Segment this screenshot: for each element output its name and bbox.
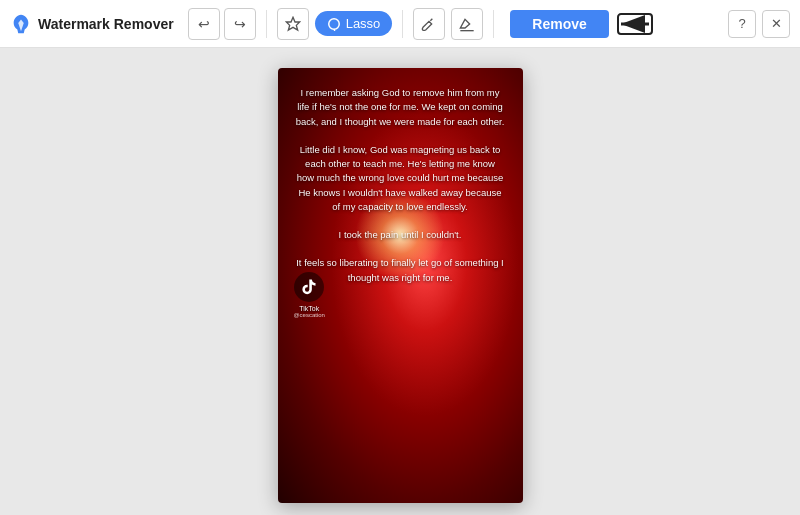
tiktok-brand-label: TikTok <box>299 305 319 312</box>
paragraph-3: I took the pain until I couldn't. <box>339 228 462 242</box>
svg-marker-0 <box>286 17 299 30</box>
svg-line-2 <box>431 18 433 20</box>
app-title: Watermark Remover <box>38 16 174 32</box>
svg-point-1 <box>328 18 339 29</box>
paragraph-2: Little did I know, God was magneting us … <box>296 143 505 214</box>
arrow-indicator <box>617 6 653 42</box>
svg-marker-3 <box>461 19 470 28</box>
eraser-tool-button[interactable] <box>451 8 483 40</box>
arrow-icon <box>617 10 653 38</box>
image-container: I remember asking God to remove him from… <box>278 68 523 503</box>
lasso-label: Lasso <box>346 16 381 31</box>
canvas-area[interactable]: I remember asking God to remove him from… <box>0 48 800 515</box>
lasso-icon <box>327 17 341 31</box>
help-button[interactable]: ? <box>728 10 756 38</box>
separator-2 <box>402 10 403 38</box>
title-bar: Watermark Remover ↩ ↪ Lasso Remove <box>0 0 800 48</box>
paragraph-4: It feels so liberating to finally let go… <box>296 256 505 285</box>
redo-button[interactable]: ↪ <box>224 8 256 40</box>
eraser-icon <box>459 16 475 32</box>
nav-tools: ↩ ↪ <box>188 8 256 40</box>
separator-1 <box>266 10 267 38</box>
undo-button[interactable]: ↩ <box>188 8 220 40</box>
remove-button[interactable]: Remove <box>510 10 608 38</box>
app-logo-icon <box>10 13 32 35</box>
tiktok-logo-icon <box>300 278 318 296</box>
image-background: I remember asking God to remove him from… <box>278 68 523 503</box>
close-button[interactable]: ✕ <box>762 10 790 38</box>
lasso-button[interactable]: Lasso <box>315 11 393 36</box>
paragraph-1: I remember asking God to remove him from… <box>296 86 505 129</box>
tiktok-watermark: TikTok @cescation <box>294 272 325 318</box>
star-tool-button[interactable] <box>277 8 309 40</box>
app-logo: Watermark Remover <box>10 13 174 35</box>
separator-3 <box>493 10 494 38</box>
brush-icon <box>421 16 437 32</box>
tiktok-logo-circle <box>294 272 324 302</box>
brush-tool-button[interactable] <box>413 8 445 40</box>
window-controls: ? ✕ <box>728 10 790 38</box>
tiktok-username-label: @cescation <box>294 312 325 318</box>
